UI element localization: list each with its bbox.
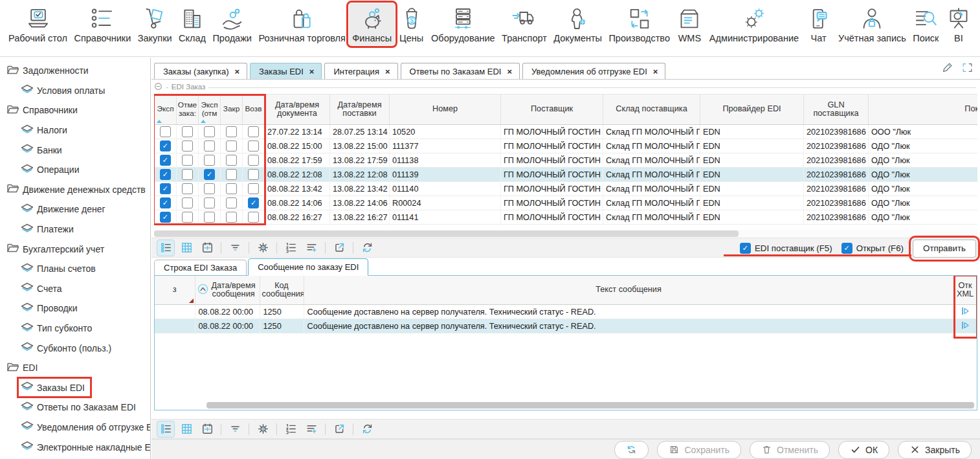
checkbox-unchecked-icon[interactable] [226, 126, 237, 137]
tab-close-icon[interactable]: × [385, 67, 390, 76]
orders-checkbox-col-header[interactable]: Эксп (отм [199, 95, 221, 125]
toolbar-item-warehouse[interactable]: Склад [175, 3, 209, 45]
tab-0[interactable]: Заказы (закупка)× [154, 63, 247, 79]
sidebar-item[interactable]: Тип субконто [0, 319, 150, 339]
checkbox-unchecked-icon[interactable] [226, 212, 237, 223]
tab-2[interactable]: Интеграция× [324, 63, 397, 79]
numbered-list-icon[interactable] [282, 240, 300, 256]
messages-col-code[interactable]: Код сообщения [260, 276, 304, 305]
checkbox-unchecked-icon[interactable] [182, 183, 193, 194]
checkbox-unchecked-icon[interactable] [248, 212, 259, 223]
sidebar-item[interactable]: EDI [0, 358, 150, 378]
toolbar-item-hand-coins[interactable]: Продажи [209, 3, 255, 45]
checkbox-unchecked-icon[interactable] [226, 155, 237, 166]
toolbar-item-admin-gears[interactable]: Администрирование [706, 3, 802, 45]
messages-hscroll-thumb[interactable] [206, 402, 974, 409]
sidebar-item[interactable]: Движение денежных средств [0, 180, 150, 200]
orders-checkbox-col-header[interactable]: Отме зака: [177, 95, 199, 125]
calendar-view-icon[interactable] [198, 240, 216, 256]
checkbox-checked-icon[interactable]: ✓ [740, 243, 751, 254]
orders-checkbox-col-header[interactable]: Закр [221, 95, 243, 125]
checkbox-unchecked-icon[interactable] [226, 169, 237, 180]
collapse-icon[interactable] [154, 82, 162, 92]
sidebar-item[interactable]: Платежи [0, 219, 150, 240]
checkbox-unchecked-icon[interactable] [248, 183, 259, 194]
edi-supplier-checkbox[interactable]: ✓ EDI поставщик (F5) [740, 243, 832, 254]
toolbar-item-shopping-bags[interactable]: Розничная торговля [255, 3, 349, 45]
save-button[interactable]: Сохранить [657, 441, 741, 459]
open-xml-icon[interactable] [961, 309, 970, 318]
orders-hscrollbar[interactable] [154, 230, 977, 238]
toolbar-item-account[interactable]: Учётная запись [835, 3, 909, 45]
sidebar-item[interactable]: Счета [0, 279, 150, 299]
toolbar-item-price-tag[interactable]: $Цены [395, 3, 428, 45]
table-view-icon[interactable] [177, 240, 195, 256]
edit-icon[interactable] [941, 62, 953, 76]
sidebar-item[interactable]: Ответы по Заказам EDI [0, 397, 150, 418]
checkbox-unchecked-icon[interactable] [204, 155, 215, 166]
list-view-icon[interactable] [157, 240, 175, 256]
checkbox-unchecked-icon[interactable] [248, 126, 259, 137]
orders-checkbox-col-header[interactable]: Эксп [155, 95, 177, 125]
toolbar-item-chat[interactable]: Чат [803, 3, 835, 45]
toolbar-item-production[interactable]: Производство [605, 3, 673, 45]
open-external-icon[interactable] [330, 421, 348, 438]
sidebar-item[interactable]: Банки [0, 140, 150, 160]
orders-col-header[interactable]: Пок [869, 95, 978, 125]
toolbar-item-equipment[interactable]: Оборудование [428, 3, 498, 45]
checkbox-checked-icon[interactable]: ✓ [160, 212, 171, 223]
orders-col-header[interactable]: Дата/время документа [265, 95, 330, 125]
checkbox-unchecked-icon[interactable] [204, 126, 215, 137]
calendar-view-icon[interactable] [198, 421, 216, 438]
sidebar-item[interactable]: Проводки [0, 298, 150, 319]
sidebar-item[interactable]: Условия оплаты [0, 81, 150, 101]
messages-col-order[interactable]: з [155, 276, 195, 305]
toolbar-item-bi[interactable]: BI [942, 3, 975, 45]
orders-col-header[interactable]: Провайдер EDI [700, 95, 804, 125]
sidebar-item[interactable]: Операции [0, 160, 150, 180]
orders-col-header[interactable]: Поставщик [501, 95, 603, 125]
checkbox-checked-icon[interactable]: ✓ [204, 169, 215, 180]
orders-col-header[interactable]: Склад поставщика [603, 95, 700, 125]
checkbox-unchecked-icon[interactable] [182, 126, 193, 137]
sidebar-item[interactable]: Задолженности [0, 61, 150, 81]
sidebar-item[interactable]: Уведомления об отгрузке EDI [0, 418, 150, 438]
numbered-list-icon[interactable] [282, 421, 300, 438]
tab-close-icon[interactable]: × [309, 67, 315, 76]
orders-table-row[interactable]: ✓08.08.22 16:2713.08.22 16:27011141ГП МО… [155, 210, 978, 225]
toolbar-item-documents-person[interactable]: Документы [550, 3, 605, 45]
sidebar-item[interactable]: Движение денег [0, 199, 150, 219]
toolbar-item-piggy-bank[interactable]: Финансы [349, 3, 395, 45]
sidebar-item[interactable]: Бухгалтерский учет [0, 239, 150, 259]
settings-gear-icon[interactable] [254, 240, 272, 256]
refresh-button[interactable] [614, 441, 649, 459]
toolbar-item-search[interactable]: Поиск [909, 3, 942, 45]
send-button[interactable]: Отправить [913, 240, 976, 258]
messages-col-open-xml[interactable]: Отк XML [953, 276, 977, 305]
reload-icon[interactable] [358, 421, 376, 438]
checkbox-unchecked-icon[interactable] [248, 155, 259, 166]
orders-table-row[interactable]: 27.07.22 13:1428.07.25 13:1410520ГП МОЛО… [155, 125, 978, 139]
orders-table-row[interactable]: ✓✓08.08.22 12:0813.08.22 12:08011139ГП М… [155, 168, 978, 182]
checkbox-checked-icon[interactable]: ✓ [248, 197, 259, 208]
checkbox-unchecked-icon[interactable] [248, 169, 259, 180]
tab-close-icon[interactable]: × [234, 67, 239, 76]
message-row[interactable]: 08.08.22 00:001250Сообщение доставлено н… [155, 305, 977, 319]
checkbox-unchecked-icon[interactable] [204, 140, 215, 151]
sub-tab-0[interactable]: Строка EDI Заказа [154, 260, 247, 275]
toolbar-item-wms-box[interactable]: WMS [673, 3, 706, 45]
fullscreen-icon[interactable] [961, 62, 974, 76]
message-row[interactable]: 08.08.22 00:001250Сообщение доставлено н… [155, 319, 977, 333]
checkbox-checked-icon[interactable]: ✓ [160, 140, 171, 151]
settings-gear-icon[interactable] [254, 421, 272, 438]
checkbox-checked-icon[interactable]: ✓ [160, 169, 171, 180]
checkbox-unchecked-icon[interactable] [182, 169, 193, 180]
sidebar-item[interactable]: Субконто (польз.) [0, 338, 150, 358]
checkbox-unchecked-icon[interactable] [182, 197, 193, 208]
sub-tab-1[interactable]: Сообщение по заказу EDI [248, 258, 368, 276]
orders-table-row[interactable]: ✓08.08.22 15:0013.08.22 15:00111377ГП МО… [155, 139, 978, 153]
checkbox-checked-icon[interactable]: ✓ [841, 243, 852, 254]
checkbox-checked-icon[interactable]: ✓ [160, 197, 171, 208]
checkbox-unchecked-icon[interactable] [204, 197, 215, 208]
orders-table-row[interactable]: ✓08.08.22 17:5913.08.22 17:59011138ГП МО… [155, 153, 978, 168]
